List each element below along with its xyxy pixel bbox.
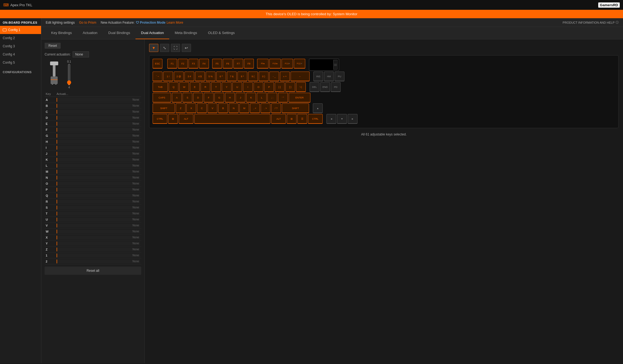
key-esc[interactable]: ESC xyxy=(153,59,162,69)
key-5[interactable]: 5 % xyxy=(206,72,215,81)
list-item[interactable]: P None xyxy=(45,187,141,193)
list-item[interactable]: O None xyxy=(45,181,141,187)
key-f10[interactable]: F10● xyxy=(269,59,281,69)
key-rbracket[interactable]: ] } xyxy=(285,82,295,92)
resize-tool-button[interactable]: ⤡ xyxy=(160,44,169,52)
key-pd[interactable]: PD xyxy=(331,82,341,92)
key-g[interactable]: G xyxy=(214,93,224,103)
key-0[interactable]: 0 ) xyxy=(259,72,269,81)
tab-meta-bindings[interactable]: Meta Bindings xyxy=(169,27,202,39)
tab-oled-settings[interactable]: OLED & Settings xyxy=(203,27,240,39)
key-end[interactable]: END xyxy=(320,82,330,92)
tab-key-bindings[interactable]: Key Bindings xyxy=(46,27,77,39)
key-f7[interactable]: F7 xyxy=(233,59,243,69)
list-item[interactable]: U None xyxy=(45,217,141,223)
key-backspace[interactable]: ← xyxy=(291,72,310,81)
key-lalt[interactable]: ALT xyxy=(179,114,193,124)
key-menu[interactable]: ☰ xyxy=(297,114,307,124)
key-4[interactable]: 4 $ xyxy=(195,72,205,81)
key-space[interactable] xyxy=(194,114,270,124)
reset-button[interactable]: Reset xyxy=(45,43,61,49)
list-item[interactable]: Y None xyxy=(45,240,141,246)
key-y[interactable]: Y xyxy=(222,82,232,92)
key-l[interactable]: L xyxy=(257,93,267,103)
list-item[interactable]: S None xyxy=(45,205,141,211)
key-n[interactable]: N xyxy=(229,103,239,113)
key-enter[interactable]: ENTER xyxy=(289,93,310,103)
key-f5[interactable]: F5 xyxy=(212,59,222,69)
list-item[interactable]: J None xyxy=(45,151,141,157)
list-item[interactable]: Q None xyxy=(45,193,141,199)
key-rctrl[interactable]: CTRL xyxy=(308,114,323,124)
tab-actuation[interactable]: Actuation xyxy=(77,27,103,39)
learn-more-link[interactable]: Learn More xyxy=(166,21,183,24)
key-f11[interactable]: F11≡ xyxy=(282,59,293,69)
key-lctrl[interactable]: CTRL xyxy=(153,114,167,124)
list-item[interactable]: M None xyxy=(45,169,141,175)
list-item[interactable]: T None xyxy=(45,211,141,217)
key-x[interactable]: X xyxy=(186,103,196,113)
tab-dual-bindings[interactable]: Dual Bindings xyxy=(103,27,135,39)
list-item[interactable]: R None xyxy=(45,199,141,205)
key-2[interactable]: 2 @ xyxy=(174,72,184,81)
list-item[interactable]: L None xyxy=(45,163,141,169)
list-item[interactable]: X None xyxy=(45,235,141,240)
key-comma[interactable]: , < xyxy=(250,103,260,113)
key-7[interactable]: 7 & xyxy=(227,72,237,81)
key-f2[interactable]: F2 xyxy=(178,59,188,69)
key-backtick[interactable]: ` ~ xyxy=(153,72,162,81)
list-item[interactable]: W None xyxy=(45,229,141,235)
list-item[interactable]: D None xyxy=(45,115,141,121)
undo-button[interactable]: ↩ xyxy=(182,44,191,52)
list-item[interactable]: E None xyxy=(45,121,141,127)
key-equals[interactable]: = + xyxy=(280,72,290,81)
key-m[interactable]: M xyxy=(239,103,249,113)
key-ins[interactable]: INS xyxy=(313,72,323,81)
list-item[interactable]: A None xyxy=(45,97,141,103)
key-p[interactable]: P xyxy=(264,82,274,92)
key-arrow-down[interactable]: ▼ xyxy=(337,114,347,124)
key-caps[interactable]: CAPS xyxy=(153,93,171,103)
tab-dual-actuation[interactable]: Dual Actuation xyxy=(135,27,169,39)
list-item[interactable]: G None xyxy=(45,133,141,139)
list-item[interactable]: V None xyxy=(45,223,141,229)
fullscreen-tool-button[interactable]: ⛶ xyxy=(171,44,180,52)
list-item[interactable]: C None xyxy=(45,109,141,115)
key-hm[interactable]: HM xyxy=(324,72,334,81)
key-9[interactable]: 9 ( xyxy=(248,72,258,81)
key-j[interactable]: J xyxy=(236,93,245,103)
go-to-prism-link[interactable]: Go to Prism xyxy=(79,21,96,24)
key-rshift[interactable]: SHIFT xyxy=(282,103,309,113)
key-f1[interactable]: F1 xyxy=(167,59,177,69)
key-r[interactable]: R xyxy=(201,82,210,92)
key-q[interactable]: Q xyxy=(169,82,178,92)
key-e[interactable]: E xyxy=(190,82,200,92)
key-slash[interactable]: / ? xyxy=(271,103,281,113)
key-6[interactable]: 6 ^ xyxy=(216,72,226,81)
key-3[interactable]: 3 # xyxy=(184,72,194,81)
list-item[interactable]: 2 None xyxy=(45,258,141,264)
sidebar-item-config3[interactable]: Config 3 xyxy=(0,42,41,50)
key-c[interactable]: C xyxy=(197,103,207,113)
key-minus[interactable]: - _ xyxy=(269,72,279,81)
key-quote[interactable]: ' " xyxy=(278,93,288,103)
list-item[interactable]: 1 None xyxy=(45,252,141,258)
actuation-slider[interactable] xyxy=(66,64,72,85)
key-h[interactable]: H xyxy=(225,93,235,103)
sidebar-item-config1[interactable]: Config 1 xyxy=(0,26,41,34)
key-rwin[interactable]: ⊞ xyxy=(287,114,297,124)
key-arrow-right[interactable]: ► xyxy=(348,114,357,124)
key-s[interactable]: S xyxy=(183,93,192,103)
list-item[interactable]: I None xyxy=(45,145,141,151)
list-item[interactable]: H None xyxy=(45,139,141,145)
key-lbracket[interactable]: [ { xyxy=(275,82,285,92)
key-d[interactable]: D xyxy=(193,93,203,103)
key-f12[interactable]: F12↗ xyxy=(294,59,305,69)
select-tool-button[interactable]: ▼ xyxy=(149,44,158,52)
key-lshift[interactable]: SHIFT xyxy=(153,103,175,113)
key-f8[interactable]: F8 xyxy=(244,59,254,69)
key-z[interactable]: Z xyxy=(176,103,186,113)
sidebar-item-config5[interactable]: Config 5 xyxy=(0,58,41,67)
key-pu[interactable]: PU xyxy=(335,72,344,81)
key-f3[interactable]: F3 xyxy=(189,59,198,69)
